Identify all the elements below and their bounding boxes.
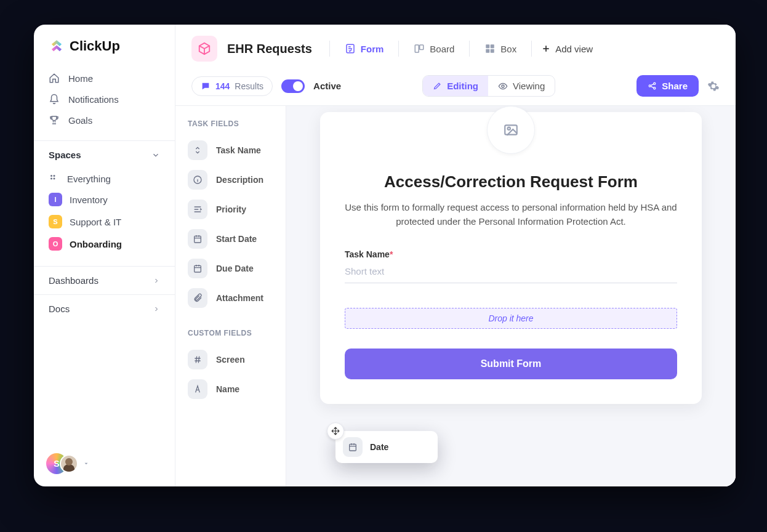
bell-icon xyxy=(49,94,60,105)
view-tab-box[interactable]: Box xyxy=(480,41,521,57)
task-fields-heading: TASK FIELDS xyxy=(180,117,281,135)
svg-rect-16 xyxy=(195,236,201,243)
svg-point-19 xyxy=(508,127,510,130)
workspace-switcher[interactable]: S xyxy=(46,453,81,474)
editing-label: Editing xyxy=(447,81,478,91)
form-description[interactable]: Use this form to formally request access… xyxy=(345,200,677,229)
nav-label: Goals xyxy=(68,115,92,126)
caret-down-icon[interactable] xyxy=(83,461,89,467)
space-label: Inventory xyxy=(70,195,108,205)
hash-icon xyxy=(188,350,207,369)
field-label: Priority xyxy=(216,204,246,214)
spaces-list: Everything I Inventory S Support & IT O … xyxy=(34,169,175,266)
field-start-date[interactable]: Start Date xyxy=(180,224,281,254)
field-screen[interactable]: Screen xyxy=(180,345,281,374)
view-label: Form xyxy=(361,44,384,54)
custom-fields-heading: CUSTOM FIELDS xyxy=(180,326,281,345)
updown-icon xyxy=(188,140,207,160)
topbar: EHR Requests Form Board Box Add view xyxy=(175,25,736,70)
toolbar: 144 Results Active Editing Viewing Share xyxy=(175,70,736,106)
svg-rect-7 xyxy=(486,44,490,48)
field-label: Due Date xyxy=(216,264,254,273)
pencil-icon xyxy=(433,81,442,91)
field-label: Attachment xyxy=(216,293,263,303)
chevron-right-icon xyxy=(153,277,160,284)
field-label: Task Name xyxy=(216,145,261,155)
cube-icon xyxy=(198,42,211,55)
viewing-button[interactable]: Viewing xyxy=(488,76,555,96)
docs-label: Docs xyxy=(49,304,70,314)
field-label: Start Date xyxy=(216,234,257,244)
svg-rect-6 xyxy=(420,45,424,50)
viewing-label: Viewing xyxy=(513,81,545,91)
field-priority[interactable]: Priority xyxy=(180,195,281,224)
submit-button[interactable]: Submit Form xyxy=(345,349,677,379)
dashboards-toggle[interactable]: Dashboards xyxy=(34,266,175,294)
svg-rect-8 xyxy=(491,44,494,48)
active-label: Active xyxy=(313,81,341,91)
form-field-taskname: Task Name* xyxy=(345,249,677,283)
app-window: ClickUp Home Notifications Goals Spaces xyxy=(34,25,736,486)
space-badge: I xyxy=(49,193,62,206)
task-name-input[interactable] xyxy=(345,260,677,283)
editing-button[interactable]: Editing xyxy=(423,76,488,96)
view-label: Board xyxy=(430,44,454,54)
chevron-down-icon xyxy=(151,151,160,159)
nav-goals[interactable]: Goals xyxy=(39,110,170,131)
view-tab-board[interactable]: Board xyxy=(409,41,459,57)
add-view-button[interactable]: Add view xyxy=(542,44,593,54)
everything-label: Everything xyxy=(67,174,111,184)
form-title[interactable]: Access/Correction Request Form xyxy=(345,172,677,191)
field-description[interactable]: Description xyxy=(180,165,281,195)
share-button[interactable]: Share xyxy=(636,75,699,97)
divider xyxy=(531,41,532,57)
nav-home[interactable]: Home xyxy=(39,68,170,89)
space-badge: O xyxy=(49,237,62,251)
dashboards-label: Dashboards xyxy=(49,275,98,286)
gear-icon[interactable] xyxy=(707,80,720,92)
svg-rect-10 xyxy=(491,49,494,53)
share-label: Share xyxy=(662,81,688,91)
svg-rect-18 xyxy=(505,125,517,134)
mode-toggle: Editing Viewing xyxy=(422,75,555,97)
nav-label: Home xyxy=(68,73,93,84)
image-icon xyxy=(503,122,519,138)
cover-image-placeholder[interactable] xyxy=(487,106,535,154)
dropzone[interactable]: Drop it here xyxy=(345,308,677,329)
active-toggle[interactable] xyxy=(281,79,305,93)
divider xyxy=(329,41,330,57)
space-inventory[interactable]: I Inventory xyxy=(39,188,170,211)
dragging-chip[interactable]: Date xyxy=(335,431,438,463)
space-onboarding[interactable]: O Onboarding xyxy=(39,233,170,255)
svg-point-11 xyxy=(502,85,504,87)
grid-dots-icon xyxy=(49,173,60,184)
divider xyxy=(398,41,399,57)
primary-nav: Home Notifications Goals xyxy=(34,65,175,140)
space-support[interactable]: S Support & IT xyxy=(39,211,170,233)
everything-item[interactable]: Everything xyxy=(39,169,170,188)
user-avatar xyxy=(60,454,78,473)
drag-chip-label: Date xyxy=(370,442,388,452)
field-name-custom[interactable]: Name xyxy=(180,374,281,404)
docs-toggle[interactable]: Docs xyxy=(34,294,175,323)
field-attachment[interactable]: Attachment xyxy=(180,283,281,313)
field-task-name[interactable]: Task Name xyxy=(180,135,281,165)
field-label: Screen xyxy=(216,355,245,365)
field-due-date[interactable]: Due Date xyxy=(180,254,281,283)
svg-point-0 xyxy=(50,175,52,177)
sidebar-footer: S xyxy=(34,446,175,486)
results-pill[interactable]: 144 Results xyxy=(191,76,273,96)
svg-point-1 xyxy=(54,175,55,177)
spaces-title: Spaces xyxy=(49,150,81,160)
view-tab-form[interactable]: Form xyxy=(340,41,389,57)
eye-icon xyxy=(498,81,508,91)
priority-icon xyxy=(188,200,207,219)
body: TASK FIELDS Task Name Description Priori… xyxy=(175,106,736,486)
brand-name: ClickUp xyxy=(70,38,120,54)
svg-point-2 xyxy=(50,178,52,180)
view-label: Box xyxy=(500,44,516,54)
type-icon xyxy=(188,379,207,399)
nav-notifications[interactable]: Notifications xyxy=(39,89,170,110)
spaces-header[interactable]: Spaces xyxy=(34,141,175,169)
dropzone-hint: Drop it here xyxy=(488,313,533,323)
